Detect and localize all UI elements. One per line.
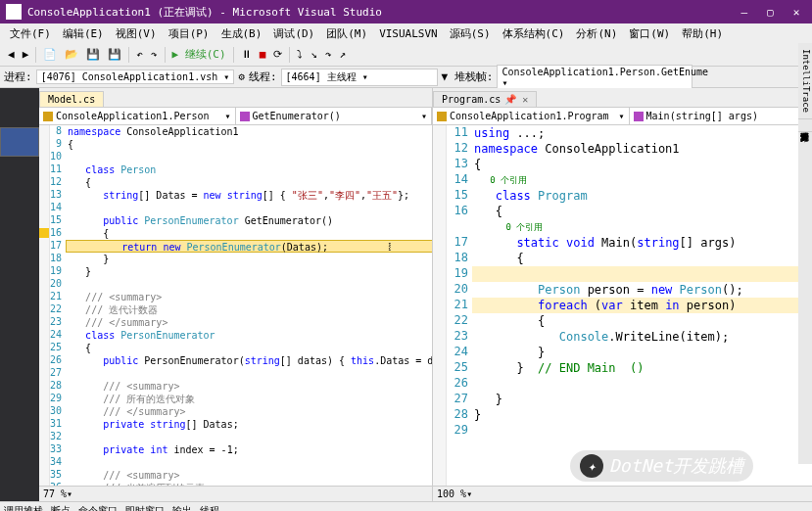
stackframe-label: ▼ 堆栈帧: xyxy=(442,70,494,84)
menu-item[interactable]: VISUALSVN xyxy=(373,25,444,42)
type-nav-combo-right[interactable]: ConsoleApplication1.Program▾ xyxy=(433,108,630,124)
window-title: ConsoleApplication1 (正在调试) - Microsoft V… xyxy=(27,5,735,20)
tab-program-cs[interactable]: Program.cs📌 ✕ xyxy=(433,91,537,107)
thread-icon: ⚙ xyxy=(238,70,245,83)
menu-item[interactable]: 体系结构(C) xyxy=(497,24,571,43)
editor-pane-left: Model.cs ConsoleApplication1.Person▾ Get… xyxy=(39,88,433,501)
watermark: ✦ DotNet开发跳槽 xyxy=(570,450,753,482)
bottom-tab[interactable]: 输出 xyxy=(172,504,192,512)
maximize-button[interactable]: ▢ xyxy=(760,6,780,19)
editor-pane-right: Program.cs📌 ✕ ConsoleApplication1.Progra… xyxy=(433,88,812,501)
open-button[interactable]: 📂 xyxy=(61,48,82,61)
nav-back-button[interactable]: ◀ xyxy=(4,48,19,61)
type-nav-combo-left[interactable]: ConsoleApplication1.Person▾ xyxy=(39,108,236,124)
bottom-tool-tabs: 调用堆栈断点命令窗口即时窗口输出线程 xyxy=(0,501,812,511)
close-button[interactable]: ✕ xyxy=(787,6,806,19)
title-bar: ConsoleApplication1 (正在调试) - Microsoft V… xyxy=(0,0,812,23)
menu-item[interactable]: 视图(V) xyxy=(110,24,163,43)
tab-strip-right: Program.cs📌 ✕ xyxy=(433,88,812,108)
menu-item[interactable]: 团队(M) xyxy=(320,24,373,43)
zoom-combo-right[interactable]: 100 % ▾ xyxy=(433,486,812,501)
step-over-button[interactable]: ↷ xyxy=(321,48,336,61)
collapsed-panel-tab[interactable]: 解决方案资源管理器 xyxy=(798,119,812,132)
member-nav-combo-left[interactable]: GetEnumerator()▾ xyxy=(236,108,433,124)
show-next-statement-button[interactable]: ⤵ xyxy=(293,48,307,61)
bottom-tab[interactable]: 调用堆栈 xyxy=(4,504,43,512)
bottom-tab[interactable]: 断点 xyxy=(51,504,71,512)
menu-bar: 文件(F)编辑(E)视图(V)项目(P)生成(B)调试(D)团队(M)VISUA… xyxy=(0,23,812,43)
process-label: 进程: xyxy=(4,70,32,84)
menu-item[interactable]: 帮助(H) xyxy=(676,24,729,43)
restart-button[interactable]: ⟳ xyxy=(269,48,286,61)
undo-button[interactable]: ↶ xyxy=(132,48,147,61)
method-icon xyxy=(634,112,644,121)
wechat-icon: ✦ xyxy=(580,454,603,478)
main-area: Model.cs ConsoleApplication1.Person▾ Get… xyxy=(0,88,812,501)
thread-label: 线程: xyxy=(249,70,277,84)
bottom-tab[interactable]: 即时窗口 xyxy=(125,504,165,512)
menu-item[interactable]: 窗口(W) xyxy=(623,24,676,43)
main-toolbar: ◀ ▶ 📄 📂 💾 💾 ↶ ↷ ▶ 继续(C) ⏸ ■ ⟳ ⤵ ↘ ↷ ↗ xyxy=(0,43,812,67)
class-icon xyxy=(437,112,447,121)
class-icon xyxy=(43,112,53,121)
continue-button[interactable]: ▶ 继续(C) xyxy=(168,47,230,62)
collapsed-panel-tab[interactable]: IntelliTrace xyxy=(798,43,812,119)
new-file-button[interactable]: 📄 xyxy=(39,48,61,61)
pause-button[interactable]: ⏸ xyxy=(237,48,256,61)
stackframe-combo[interactable]: ConsoleApplication1.Person.GetEnume ▾ xyxy=(497,65,693,90)
stop-debug-button[interactable]: ■ xyxy=(256,48,270,61)
menu-item[interactable]: 项目(P) xyxy=(163,24,215,43)
process-combo[interactable]: [4076] ConsoleApplication1.vsh ▾ xyxy=(36,70,235,84)
save-button[interactable]: 💾 xyxy=(82,48,104,61)
nav-forward-button[interactable]: ▶ xyxy=(19,48,33,61)
thread-combo[interactable]: [4664] 主线程 ▾ xyxy=(281,69,438,86)
right-collapsed-panels: IntelliTrace解决方案资源管理器 xyxy=(798,43,812,464)
bottom-tab[interactable]: 线程 xyxy=(200,504,219,512)
floating-thumbnail[interactable] xyxy=(0,127,39,157)
bottom-tab[interactable]: 命令窗口 xyxy=(78,504,118,512)
member-nav-combo-right[interactable]: Main(string[] args)▾ xyxy=(630,108,812,124)
save-all-button[interactable]: 💾 xyxy=(104,48,125,61)
code-editor-right[interactable]: 11121314151617181920212223242526272829 u… xyxy=(433,125,812,486)
left-tool-strip xyxy=(0,88,39,501)
tab-strip-left: Model.cs xyxy=(39,88,432,108)
debug-location-toolbar: 进程: [4076] ConsoleApplication1.vsh ▾ ⚙ 线… xyxy=(0,67,812,88)
step-out-button[interactable]: ↗ xyxy=(336,48,351,61)
menu-item[interactable]: 分析(N) xyxy=(570,24,623,43)
minimize-button[interactable]: — xyxy=(735,6,754,19)
menu-item[interactable]: 编辑(E) xyxy=(57,24,110,43)
method-icon xyxy=(240,112,250,121)
menu-item[interactable]: 生成(B) xyxy=(215,24,268,43)
vs-logo-icon xyxy=(6,4,22,20)
menu-item[interactable]: 调试(D) xyxy=(267,24,320,43)
menu-item[interactable]: 文件(F) xyxy=(4,24,57,43)
pin-icon[interactable]: 📌 ✕ xyxy=(504,94,528,105)
zoom-combo-left[interactable]: 77 % ▾ xyxy=(39,486,432,501)
menu-item[interactable]: 源码(S) xyxy=(444,24,497,43)
redo-button[interactable]: ↷ xyxy=(147,48,162,61)
tab-model-cs[interactable]: Model.cs xyxy=(39,91,104,107)
step-into-button[interactable]: ↘ xyxy=(307,48,321,61)
code-editor-left[interactable]: 8910111213141516171819202122232425262728… xyxy=(39,125,432,486)
